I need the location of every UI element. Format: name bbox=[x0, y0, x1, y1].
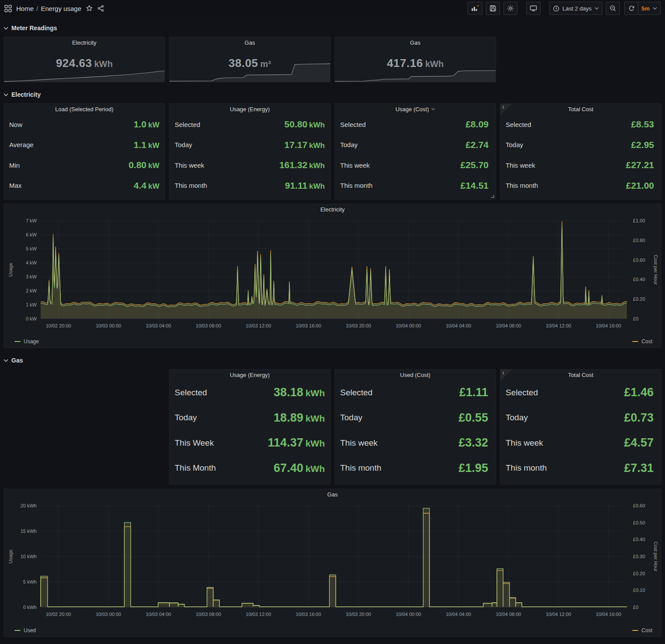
refresh-interval-label: 5m bbox=[641, 5, 650, 12]
meter-reading-value: 38.05m³ bbox=[169, 56, 330, 70]
stat-value: 4.4kW bbox=[134, 180, 159, 191]
save-dashboard-button[interactable] bbox=[486, 2, 500, 15]
legend-item-cost[interactable]: Cost bbox=[632, 627, 652, 633]
svg-text:Usage: Usage bbox=[8, 263, 13, 277]
panel-title-text: Electricity bbox=[72, 39, 97, 46]
panel-title[interactable]: Total Cost bbox=[500, 370, 661, 380]
stat-value: £2.95 bbox=[631, 140, 656, 150]
panel-gas-usage-energy[interactable]: Usage (Energy) Selected 38.18kWh Today 1… bbox=[169, 369, 331, 485]
panel-electricity-total-cost[interactable]: i Total Cost Selected £8.53 Today £2.95 … bbox=[500, 103, 661, 200]
svg-text:10/03 12:00: 10/03 12:00 bbox=[246, 612, 271, 617]
panel-title-text: Usage (Energy) bbox=[230, 372, 270, 378]
dashboards-grid-icon[interactable] bbox=[4, 5, 12, 12]
stat-row: This month 91.11kWh bbox=[175, 180, 325, 191]
time-range-label: Last 2 days bbox=[563, 5, 592, 12]
svg-text:0 kW: 0 kW bbox=[26, 316, 37, 321]
section-header-electricity[interactable]: Electricity bbox=[4, 88, 661, 101]
panel-gas-kwh-meter[interactable]: Gas 417.16kWh bbox=[334, 37, 496, 82]
panel-title[interactable]: Electricity bbox=[4, 204, 661, 215]
svg-text:1 kW: 1 kW bbox=[26, 302, 37, 307]
section-header-gas[interactable]: Gas bbox=[4, 354, 661, 366]
section-title: Gas bbox=[11, 357, 23, 364]
panel-title[interactable]: Usage (Energy) bbox=[169, 104, 330, 114]
panel-electricity-chart[interactable]: Electricity 0 kW1 kW2 kW3 kW4 kW5 kW6 kW… bbox=[4, 204, 661, 348]
panel-gas-used-cost[interactable]: Used (Cost) Selected £1.11 Today £0.55 T… bbox=[334, 369, 496, 485]
legend-item-used[interactable]: Used bbox=[14, 627, 36, 633]
panel-info-corner-icon[interactable]: i bbox=[500, 370, 512, 381]
panel-resize-handle[interactable] bbox=[491, 195, 494, 198]
favorite-star-icon[interactable] bbox=[86, 5, 93, 12]
share-icon[interactable] bbox=[97, 5, 104, 12]
panel-electricity-usage-energy[interactable]: Usage (Energy) Selected 50.80kWh Today 1… bbox=[169, 103, 331, 200]
panel-title[interactable]: Used (Cost) bbox=[335, 370, 496, 380]
svg-text:£0: £0 bbox=[633, 316, 638, 321]
stat-value: £2.74 bbox=[465, 140, 490, 150]
stat-label: This week bbox=[340, 162, 370, 169]
zoom-out-time-button[interactable] bbox=[606, 2, 620, 15]
panel-title[interactable]: Usage (Cost) bbox=[335, 104, 496, 114]
stat-row: This week £4.57 bbox=[506, 436, 656, 450]
time-range-picker[interactable]: Last 2 days bbox=[549, 2, 603, 15]
panel-gas-total-cost[interactable]: i Total Cost Selected £1.46 Today £0.73 … bbox=[500, 369, 661, 485]
svg-text:4 kW: 4 kW bbox=[26, 260, 37, 265]
stat-row: This month £14.51 bbox=[340, 180, 490, 191]
legend-item-cost[interactable]: Cost bbox=[632, 338, 652, 345]
stat-value: £25.70 bbox=[461, 160, 490, 170]
stat-label: Selected bbox=[506, 121, 531, 128]
cost-series-swatch bbox=[632, 341, 638, 342]
stat-row: This week £27.21 bbox=[506, 160, 656, 170]
electricity-chart-legend: Usage Cost bbox=[4, 338, 661, 347]
gas-bar-chart[interactable]: 0 kWh5 kWh10 kWh15 kWh20 kWh£0£0.10£0.20… bbox=[4, 500, 661, 627]
cost-series-swatch bbox=[632, 630, 638, 631]
panel-title[interactable]: Electricity bbox=[4, 37, 165, 48]
stat-label: Now bbox=[9, 121, 22, 128]
stat-value: 50.80kWh bbox=[285, 119, 325, 130]
panel-title[interactable]: Gas bbox=[4, 489, 661, 500]
panel-title-text: Total Cost bbox=[568, 106, 594, 113]
breadcrumb-home[interactable]: Home bbox=[16, 5, 34, 12]
panel-title-text: Usage (Cost) bbox=[395, 106, 429, 113]
refresh-button[interactable] bbox=[624, 2, 638, 15]
svg-text:£0.80: £0.80 bbox=[633, 238, 645, 243]
svg-text:10/03 04:00: 10/03 04:00 bbox=[146, 323, 171, 328]
gas-stats-row: Usage (Energy) Selected 38.18kWh Today 1… bbox=[4, 369, 661, 485]
panel-info-corner-icon[interactable]: i bbox=[500, 104, 512, 115]
refresh-interval-picker[interactable]: 5m bbox=[638, 2, 661, 15]
svg-text:£0.50: £0.50 bbox=[633, 520, 645, 525]
top-navigation-bar: Home / Energy usage bbox=[0, 0, 665, 17]
svg-text:10/04 08:00: 10/04 08:00 bbox=[496, 323, 521, 328]
tv-mode-button[interactable] bbox=[526, 2, 541, 15]
breadcrumb-current[interactable]: Energy usage bbox=[41, 5, 81, 12]
meter-readings-row: Electricity 924.63kWh Gas 38.05m³ Gas 41… bbox=[4, 37, 661, 82]
svg-text:10/04 00:00: 10/04 00:00 bbox=[396, 612, 421, 617]
panel-gas-chart[interactable]: Gas 0 kWh5 kWh10 kWh15 kWh20 kWh£0£0.10£… bbox=[4, 489, 661, 637]
svg-text:£1.00: £1.00 bbox=[633, 218, 645, 223]
panel-title-text: Gas bbox=[327, 491, 338, 498]
electricity-time-series-chart[interactable]: 0 kW1 kW2 kW3 kW4 kW5 kW6 kW7 kW£0£0.20£… bbox=[4, 215, 661, 338]
section-title: Electricity bbox=[11, 91, 41, 98]
panel-electricity-usage-cost[interactable]: Usage (Cost) Selected £8.09 Today £2.74 … bbox=[334, 103, 496, 200]
stat-label: This month bbox=[340, 182, 373, 189]
panel-menu-chevron-icon[interactable] bbox=[431, 108, 435, 110]
panel-electricity-meter[interactable]: Electricity 924.63kWh bbox=[4, 37, 165, 82]
panel-gas-m3-meter[interactable]: Gas 38.05m³ bbox=[169, 37, 331, 82]
section-title: Meter Readings bbox=[11, 25, 57, 32]
panel-title[interactable]: Usage (Energy) bbox=[169, 370, 330, 380]
stat-value: £1.46 bbox=[624, 386, 656, 399]
used-series-swatch bbox=[14, 630, 21, 631]
panel-title[interactable]: Gas bbox=[335, 37, 496, 48]
panel-title[interactable]: Load (Selected Period) bbox=[4, 104, 165, 114]
stat-value: £7.31 bbox=[624, 461, 656, 475]
stat-value: 38.18kWh bbox=[274, 386, 325, 399]
panel-title[interactable]: Total Cost bbox=[500, 104, 661, 114]
panel-load-selected-period[interactable]: Load (Selected Period) Now 1.0kW Average… bbox=[4, 103, 165, 200]
panel-title[interactable]: Gas bbox=[169, 37, 330, 48]
add-panel-button[interactable] bbox=[468, 2, 482, 15]
legend-item-usage[interactable]: Usage bbox=[14, 338, 39, 345]
dashboard-settings-button[interactable] bbox=[503, 2, 517, 15]
section-header-meter-readings[interactable]: Meter Readings bbox=[4, 22, 661, 34]
stat-label: Today bbox=[175, 141, 192, 148]
stat-row: This week £25.70 bbox=[340, 160, 490, 170]
svg-text:10/03 08:00: 10/03 08:00 bbox=[196, 323, 221, 328]
svg-text:10/03 00:00: 10/03 00:00 bbox=[96, 323, 121, 328]
